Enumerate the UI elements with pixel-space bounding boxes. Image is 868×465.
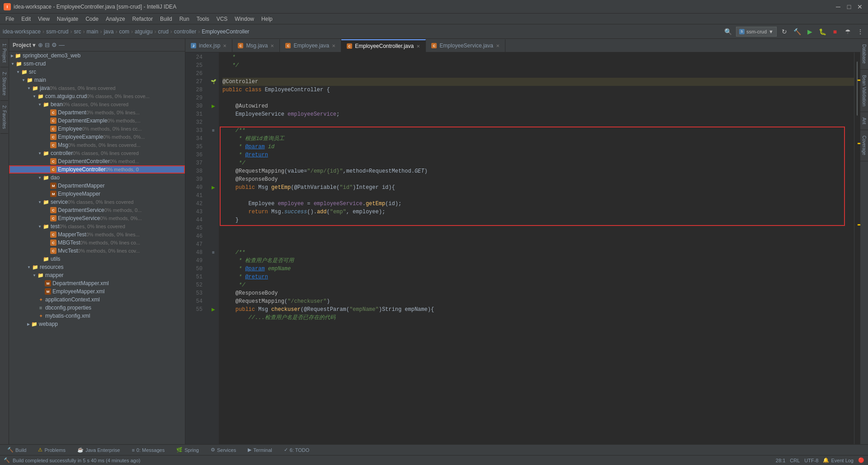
git-indicator[interactable]: 🔴 xyxy=(858,457,864,463)
bottom-tab-problems[interactable]: ⚠ Problems xyxy=(33,446,70,454)
tree-item-dbconfig[interactable]: ≡ dbconfig.properties xyxy=(9,304,185,312)
tree-item-dao[interactable]: ▼ 📁 dao xyxy=(9,174,185,182)
panel-tab-ant[interactable]: Ant xyxy=(860,112,868,130)
line-ending[interactable]: CRL xyxy=(790,458,800,463)
minimize-button[interactable]: ─ xyxy=(834,2,843,11)
tab-close[interactable]: ✕ xyxy=(332,43,335,48)
tab-close[interactable]: ✕ xyxy=(416,44,420,49)
tree-item-departmentexample[interactable]: C DepartmentExample 0% methods,... xyxy=(9,117,185,125)
tree-item-empservice[interactable]: C EmployeeService 0% methods, 0%... xyxy=(9,214,185,222)
tab-msg-java[interactable]: C Msg.java ✕ xyxy=(232,39,280,52)
debug-button[interactable]: 🐛 xyxy=(817,27,827,37)
sync-button[interactable]: ↻ xyxy=(779,27,789,37)
run-button[interactable]: ▶ xyxy=(805,27,815,37)
tree-item-test[interactable]: ▼ 📁 test 0% classes, 0% lines covered xyxy=(9,222,185,230)
tree-item-springboot[interactable]: ▶ 📁 springboot_demo3_web xyxy=(9,52,185,60)
build-button[interactable]: 🔨 xyxy=(792,27,802,37)
menu-vcs[interactable]: VCS xyxy=(213,15,231,23)
tree-item-deptservice[interactable]: C DepartmentService 0% methods, 0... xyxy=(9,206,185,214)
tree-item-empcontroller[interactable]: C EmployeeController 0% methods, 0 xyxy=(9,165,185,174)
panel-tab-project[interactable]: 1: Project xyxy=(0,39,8,67)
stop-button[interactable]: ■ xyxy=(830,27,840,37)
tree-item-resources[interactable]: ▼ 📁 resources xyxy=(9,263,185,271)
tree-item-bean[interactable]: ▼ 📁 bean 0% classes, 0% lines covered xyxy=(9,100,185,108)
bottom-tab-java-enterprise[interactable]: ☕ Java Enterprise xyxy=(73,446,124,454)
breadcrumb-item-controller[interactable]: controller xyxy=(174,28,196,35)
panel-tab-coverage[interactable]: Coverage xyxy=(860,130,868,161)
code-content[interactable]: * */ @Controller public class EmployeeCo… xyxy=(219,52,854,444)
run-config-selector[interactable]: S ssm-crud ▼ xyxy=(736,27,777,37)
menu-analyze[interactable]: Analyze xyxy=(102,15,129,23)
menu-code[interactable]: Code xyxy=(82,15,102,23)
tree-item-mybatis[interactable]: ✦ mybatis-config.xml xyxy=(9,312,185,320)
tree-item-department[interactable]: C Department 0% methods, 0% lines... xyxy=(9,108,185,117)
breadcrumb-item-workspace[interactable]: idea-workspace xyxy=(3,28,41,35)
menu-tools[interactable]: Tools xyxy=(193,15,213,23)
maximize-button[interactable]: □ xyxy=(844,2,854,11)
panel-tab-structure[interactable]: Z: Structure xyxy=(0,67,8,100)
tab-employeecontroller-java[interactable]: C EmployeeController.java ✕ xyxy=(341,39,426,52)
tree-item-employee[interactable]: C Employee 0% methods, 0% lines cc... xyxy=(9,125,185,133)
menu-view[interactable]: View xyxy=(34,15,53,23)
tree-item-deptmapper-xml[interactable]: M DepartmentMapper.xml xyxy=(9,279,185,287)
tree-item-utils[interactable]: 📁 utils xyxy=(9,255,185,263)
breadcrumb-item-com[interactable]: com xyxy=(119,28,129,35)
tree-item-deptmapper[interactable]: M DepartmentMapper xyxy=(9,182,185,190)
panel-tab-database[interactable]: Database xyxy=(860,39,868,70)
event-log[interactable]: 🔔 Event Log xyxy=(823,457,854,463)
breadcrumb-item-src[interactable]: src xyxy=(74,28,81,35)
encoding[interactable]: UTF-8 xyxy=(804,458,818,463)
cursor-position[interactable]: 28:1 xyxy=(776,458,785,463)
menu-edit[interactable]: Edit xyxy=(18,15,34,23)
menu-refactor[interactable]: Refactor xyxy=(129,15,156,23)
bottom-tab-messages[interactable]: ≡ 0: Messages xyxy=(127,446,169,454)
breadcrumb-item-class[interactable]: EmployeeController xyxy=(202,28,249,35)
hide-icon[interactable]: — xyxy=(59,42,65,48)
tree-item-mappertest[interactable]: C MapperTest 0% methods, 0% lines... xyxy=(9,230,185,239)
locate-icon[interactable]: ⊕ xyxy=(38,42,43,48)
tree-item-ssmcrud[interactable]: ▼ 📁 ssm-crud xyxy=(9,60,185,68)
collapse-icon[interactable]: ⊟ xyxy=(45,42,50,48)
more-button[interactable]: ⋮ xyxy=(855,27,865,37)
menu-build[interactable]: Build xyxy=(156,15,176,23)
tree-item-main[interactable]: ▼ 📁 main xyxy=(9,76,185,84)
panel-tab-bean-validation[interactable]: Bean Validation xyxy=(860,70,868,112)
breadcrumb-item-module[interactable]: ssm-crud xyxy=(46,28,68,35)
tree-item-controller[interactable]: ▼ 📁 controller 0% classes, 0% lines cove… xyxy=(9,149,185,157)
search-everywhere-button[interactable]: 🔍 xyxy=(723,27,733,37)
tree-item-mvctest[interactable]: C MvcTest 0% methods, 0% lines cov... xyxy=(9,247,185,255)
tree-item-mapper-folder[interactable]: ▼ 📁 mapper xyxy=(9,271,185,279)
menu-help[interactable]: Help xyxy=(258,15,276,23)
bottom-tab-services[interactable]: ⚙ Services xyxy=(206,446,241,454)
tab-employee-java[interactable]: C Employee.java ✕ xyxy=(280,39,341,52)
tree-item-empmapper[interactable]: M EmployeeMapper xyxy=(9,190,185,198)
breadcrumb-item-atguigu[interactable]: atguigu xyxy=(135,28,152,35)
close-button[interactable]: ✕ xyxy=(855,2,864,11)
tree-item-employeeexample[interactable]: C EmployeeExample 0% methods, 0%... xyxy=(9,133,185,141)
tree-item-msg[interactable]: C Msg 0% methods, 0% lines covered... xyxy=(9,141,185,149)
menu-run[interactable]: Run xyxy=(176,15,193,23)
tree-item-deptcontroller[interactable]: C DepartmentController 0% method... xyxy=(9,157,185,165)
tab-close[interactable]: ✕ xyxy=(270,43,274,48)
settings-icon[interactable]: ⚙ xyxy=(52,42,57,48)
tab-index-jsp[interactable]: J index.jsp ✕ xyxy=(185,39,232,52)
tree-item-service[interactable]: ▼ 📁 service 0% classes, 0% lines covered xyxy=(9,198,185,206)
menu-navigate[interactable]: Navigate xyxy=(53,15,82,23)
breadcrumb-item-main[interactable]: main xyxy=(86,28,98,35)
breadcrumb-item-crud[interactable]: crud xyxy=(158,28,168,35)
gutter-fold-marker[interactable]: ≡ xyxy=(208,127,219,135)
tree-item-webapp[interactable]: ▶ 📁 webapp xyxy=(9,320,185,328)
tree-item-src[interactable]: ▼ 📁 src xyxy=(9,68,185,76)
tab-employeeservice-java[interactable]: C EmployeeService.java ✕ xyxy=(426,39,505,52)
editor-scrollbar[interactable] xyxy=(854,52,860,444)
bottom-tab-spring[interactable]: 🌿 Spring xyxy=(172,446,203,454)
tree-item-empmapper-xml[interactable]: M EmployeeMapper.xml xyxy=(9,287,185,296)
gutter-fold-marker2[interactable]: ≡ xyxy=(208,249,219,257)
panel-tab-favorites[interactable]: 2: Favorites xyxy=(0,101,8,134)
menu-file[interactable]: File xyxy=(2,15,18,23)
breadcrumb-item-java[interactable]: java xyxy=(104,28,113,35)
tree-item-com-atguigu[interactable]: ▼ 📁 com.atguigu.crud 0% classes, 0% line… xyxy=(9,92,185,100)
bottom-tab-todo[interactable]: ✓ 6: TODO xyxy=(279,446,314,454)
tree-item-appcontext[interactable]: ✦ applicationContext.xml xyxy=(9,296,185,304)
tree-item-mbgtest[interactable]: C MBGTest 0% methods, 0% lines co... xyxy=(9,239,185,247)
